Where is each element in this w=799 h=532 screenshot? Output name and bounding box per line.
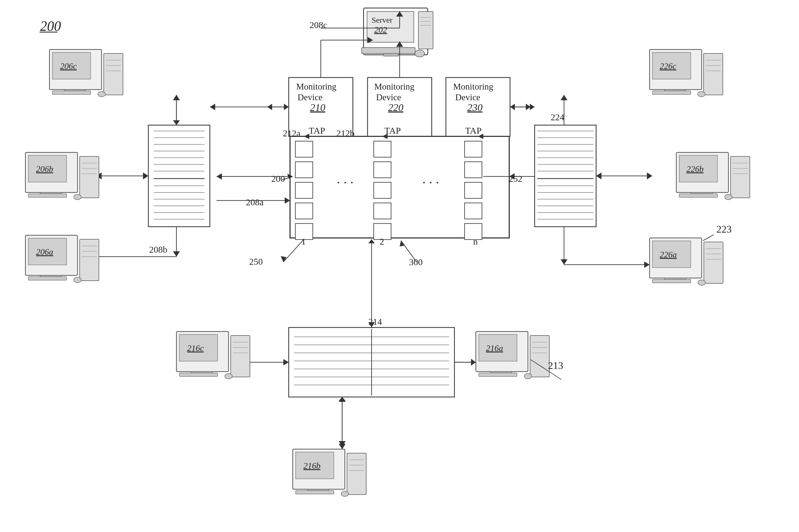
svg-rect-143 [28, 194, 66, 197]
svg-rect-134 [52, 91, 91, 94]
computer-216a: 216a [476, 331, 549, 379]
system-label-200: 200 [40, 18, 61, 34]
svg-rect-33 [464, 203, 482, 219]
svg-text:202: 202 [374, 25, 387, 35]
svg-rect-23 [296, 203, 313, 219]
svg-rect-175 [704, 242, 723, 283]
svg-rect-13 [362, 48, 415, 54]
md210-num: 210 [310, 102, 325, 113]
svg-point-15 [415, 50, 424, 57]
ref-223: 223 [717, 224, 731, 235]
svg-rect-21 [296, 162, 313, 178]
svg-rect-161 [652, 91, 691, 94]
svg-point-198 [341, 491, 348, 496]
md220-label1: Monitoring [374, 82, 414, 91]
svg-point-162 [698, 91, 705, 97]
computer-206b: 206b [25, 152, 99, 200]
computer-216c: 216c [176, 331, 250, 379]
computer-226c: 226c [650, 50, 723, 97]
svg-point-153 [74, 277, 81, 283]
svg-point-135 [98, 91, 105, 97]
dots-between-2-n: · · · [422, 175, 439, 190]
svg-rect-197 [296, 491, 334, 494]
md220-num: 220 [388, 102, 403, 113]
svg-rect-206 [479, 373, 517, 376]
svg-rect-179 [652, 279, 691, 283]
ref-224: 224 [551, 112, 564, 122]
svg-rect-67 [535, 125, 596, 227]
svg-rect-27 [374, 182, 391, 198]
svg-rect-25 [374, 141, 391, 157]
tap3-label: TAP [465, 126, 482, 135]
svg-rect-26 [374, 162, 391, 178]
computer-206c: 206c [50, 50, 123, 97]
ref-200-arrow: 200 [271, 174, 285, 184]
md210-label1: Monitoring [296, 82, 336, 91]
svg-rect-20 [296, 141, 313, 157]
ref-208c: 208c [309, 20, 327, 30]
svg-point-171 [725, 194, 732, 200]
label-206c: 206c [60, 61, 77, 71]
label-226a: 226a [660, 250, 677, 259]
ref-250: 250 [249, 256, 263, 267]
col-label-2: 2 [380, 236, 384, 246]
svg-rect-14 [384, 54, 398, 56]
svg-point-207 [524, 374, 532, 379]
network-diagram: 200 201 Server 202 Server 202 Monitoring… [0, 0, 799, 532]
svg-rect-148 [80, 239, 99, 281]
svg-rect-193 [347, 453, 366, 495]
ref-208a: 208a [246, 197, 264, 207]
ref-208b: 208b [149, 245, 167, 254]
svg-rect-30 [464, 141, 482, 157]
computer-206a: 206a [25, 235, 99, 283]
tap1-label: TAP [309, 126, 325, 135]
label-226b: 226b [686, 164, 704, 174]
svg-rect-9 [418, 12, 433, 49]
ref-212b: 212b [336, 128, 355, 138]
label-216c: 216c [187, 343, 204, 353]
svg-rect-202 [530, 336, 549, 377]
md220-label2: Device [376, 93, 401, 102]
svg-rect-152 [28, 277, 66, 280]
ref-252: 252 [509, 174, 522, 184]
svg-rect-166 [730, 156, 750, 198]
computer-226a: 226a [650, 238, 723, 285]
ref-212a: 212a [283, 128, 301, 138]
label-226c: 226c [660, 61, 676, 71]
computer-226b: 226b [676, 152, 750, 200]
svg-text:Server: Server [372, 16, 393, 24]
svg-rect-170 [679, 194, 718, 197]
svg-rect-32 [464, 182, 482, 198]
label-216a: 216a [486, 343, 503, 353]
md210-label2: Device [298, 93, 322, 102]
svg-point-180 [698, 280, 705, 285]
svg-rect-31 [464, 162, 482, 178]
md230-label1: Monitoring [453, 82, 493, 91]
svg-rect-188 [179, 373, 217, 376]
dots-between-1-2: · · · [337, 175, 354, 190]
svg-rect-139 [80, 156, 99, 198]
md230-num: 230 [467, 102, 482, 113]
svg-rect-28 [374, 203, 391, 219]
svg-point-189 [225, 374, 232, 379]
computer-216b: 216b [293, 449, 366, 496]
col-label-n: n [473, 236, 478, 246]
svg-rect-130 [104, 54, 123, 95]
svg-point-144 [74, 194, 81, 200]
ref-300: 300 [409, 257, 423, 267]
svg-rect-157 [704, 54, 723, 95]
svg-rect-22 [296, 182, 313, 198]
label-206a: 206a [36, 247, 53, 256]
label-206b: 206b [36, 164, 53, 174]
md230-label2: Device [455, 93, 480, 102]
ref-213: 213 [548, 360, 563, 371]
svg-rect-52 [148, 125, 210, 227]
svg-rect-184 [231, 336, 250, 377]
label-216b: 216b [303, 461, 321, 471]
